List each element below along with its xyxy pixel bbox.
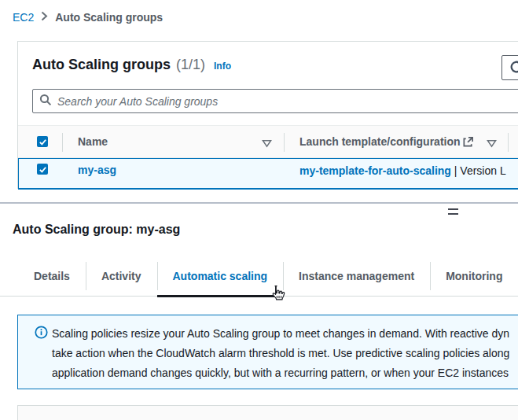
search-input[interactable] xyxy=(57,95,518,108)
table-row[interactable]: my-asg my-template-for-auto-scaling | Ve… xyxy=(18,158,518,190)
result-count: (1/1) xyxy=(176,57,205,73)
tab-label: Details xyxy=(34,270,70,282)
sort-icon-name[interactable] xyxy=(262,137,272,151)
refresh-button[interactable] xyxy=(501,55,518,80)
column-header-name[interactable]: Name xyxy=(78,135,108,148)
chevron-right-icon xyxy=(41,11,48,24)
asg-name-link[interactable]: my-asg xyxy=(78,164,116,176)
column-divider xyxy=(62,133,63,152)
banner-text: Scaling policies resize your Auto Scalin… xyxy=(52,324,509,383)
search-icon xyxy=(39,94,52,109)
row-checkbox[interactable] xyxy=(37,164,48,175)
sort-icon-launch-template[interactable] xyxy=(487,137,497,151)
tab-bar: Details Activity Automatic scaling Insta… xyxy=(0,256,518,297)
column-divider xyxy=(284,133,285,152)
info-icon xyxy=(35,326,48,342)
banner-line: application demand changes quickly, but … xyxy=(52,363,509,383)
tab-label: Activity xyxy=(101,270,141,282)
breadcrumb: EC2 Auto Scaling groups xyxy=(13,11,163,24)
banner-line: take action when the CloudWatch alarm th… xyxy=(52,344,509,363)
asg-table-card: Auto Scaling groups (1/1) Info Name xyxy=(17,41,518,189)
tab-automatic-scaling[interactable]: Automatic scaling xyxy=(157,256,284,296)
table-header-row: Name Launch template/configuration xyxy=(18,125,518,158)
split-panel: Auto Scaling group: my-asg Details Activ… xyxy=(0,202,518,420)
tab-monitoring[interactable]: Monitoring xyxy=(430,256,518,296)
launch-template-link[interactable]: my-template-for-auto-scaling xyxy=(299,164,451,177)
tab-label: Instance management xyxy=(299,270,414,282)
tab-activity[interactable]: Activity xyxy=(86,256,157,296)
search-box xyxy=(32,89,518,113)
breadcrumb-current: Auto Scaling groups xyxy=(55,11,163,24)
tab-instance-management[interactable]: Instance management xyxy=(283,256,430,296)
column-divider xyxy=(508,133,509,152)
tab-label: Monitoring xyxy=(446,270,502,282)
info-banner: Scaling policies resize your Auto Scalin… xyxy=(17,315,518,389)
launch-template-version: | Version L xyxy=(451,164,506,177)
page-title: Auto Scaling groups xyxy=(32,57,171,73)
split-panel-title: Auto Scaling group: my-asg xyxy=(13,223,180,237)
refresh-icon xyxy=(509,60,518,76)
banner-line: Scaling policies resize your Auto Scalin… xyxy=(52,324,509,344)
breadcrumb-link-ec2[interactable]: EC2 xyxy=(13,11,34,24)
split-panel-drag-handle[interactable] xyxy=(448,208,458,215)
scaling-policies-card xyxy=(17,405,518,420)
external-link-icon xyxy=(462,136,474,151)
page: EC2 Auto Scaling groups Auto Scaling gro… xyxy=(0,0,518,420)
column-header-launch-template[interactable]: Launch template/configuration xyxy=(299,135,461,148)
info-link[interactable]: Info xyxy=(214,61,231,72)
select-all-checkbox[interactable] xyxy=(37,136,48,147)
tab-details[interactable]: Details xyxy=(18,256,86,296)
tab-label: Automatic scaling xyxy=(173,270,268,282)
